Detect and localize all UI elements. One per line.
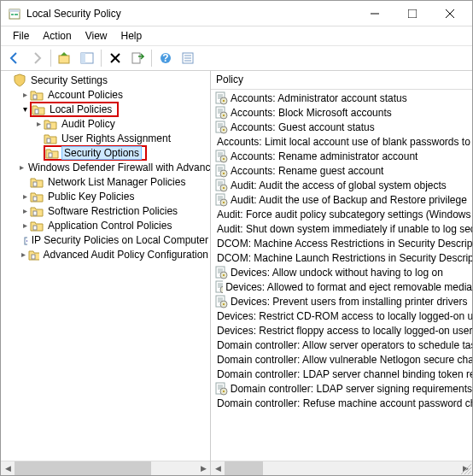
svg-rect-21 [35, 109, 38, 114]
menu-view[interactable]: View [79, 28, 114, 44]
list-item[interactable]: Devices: Restrict floppy access to local… [211, 323, 472, 338]
scroll-left-button[interactable]: ◀ [211, 461, 225, 475]
resize-grip[interactable] [459, 462, 471, 474]
list-item[interactable]: Domain controller: Allow vulnerable Netl… [211, 352, 472, 367]
svg-rect-26 [33, 182, 37, 186]
tree-item[interactable]: ▸Advanced Audit Policy Configuration [3, 247, 210, 262]
svg-rect-27 [33, 197, 37, 201]
tree-item[interactable]: ▸Windows Defender Firewall with Advanced… [3, 160, 210, 174]
menu-help[interactable]: Help [114, 28, 149, 44]
menu-file[interactable]: File [6, 28, 36, 44]
list-item[interactable]: Domain controller: LDAP server channel b… [211, 367, 472, 381]
delete-button[interactable] [105, 48, 126, 68]
tree-label: Security Settings [29, 74, 109, 86]
maximize-button[interactable] [394, 2, 431, 26]
export-button[interactable] [127, 48, 148, 68]
list-item[interactable]: Audit: Shut down system immediately if u… [211, 221, 472, 236]
menu-action[interactable]: Action [36, 28, 78, 44]
svg-rect-70 [223, 173, 225, 174]
scroll-right-button[interactable]: ▶ [196, 461, 210, 475]
list-item[interactable]: Domain controller: LDAP server signing r… [211, 381, 472, 396]
list-pane: Policy Accounts: Administrator account s… [211, 71, 472, 475]
list-item[interactable]: Accounts: Block Microsoft accounts [211, 105, 472, 120]
policy-label: Accounts: Block Microsoft accounts [231, 107, 392, 119]
list-item[interactable]: Devices: Prevent users from installing p… [211, 294, 472, 309]
up-button[interactable] [55, 48, 75, 68]
tree-label: Application Control Policies [46, 220, 173, 232]
column-header-policy[interactable]: Policy [211, 71, 472, 90]
list-item[interactable]: Accounts: Rename administrator account [211, 149, 472, 163]
policy-icon [214, 164, 228, 178]
svg-rect-13 [132, 53, 140, 63]
list-item[interactable]: Devices: Allow undock without having to … [211, 265, 472, 279]
show-hide-tree-button[interactable] [77, 48, 97, 68]
list-item[interactable]: Audit: Audit the use of Backup and Resto… [211, 192, 472, 207]
policy-label: Devices: Allowed to format and eject rem… [225, 281, 472, 293]
tree-label: Local Policies [48, 103, 114, 115]
tree-view[interactable]: Security Settings▸Account Policies▾Local… [1, 71, 210, 461]
svg-point-117 [220, 286, 223, 293]
list-item[interactable]: Accounts: Limit local account use of bla… [211, 134, 472, 149]
tree-root[interactable]: Security Settings [3, 73, 210, 87]
policy-label: Domain controller: Allow vulnerable Netl… [217, 354, 472, 366]
tree-horizontal-scrollbar[interactable]: ◀ ▶ [1, 461, 210, 475]
policy-icon [214, 120, 228, 134]
list-item[interactable]: Domain controller: Refuse machine accoun… [211, 396, 472, 410]
properties-button[interactable] [178, 48, 198, 68]
policy-label: Accounts: Rename guest account [231, 165, 383, 177]
minimize-button[interactable] [356, 2, 394, 26]
tree-item[interactable]: ▾Local Policies [3, 102, 210, 116]
toolbar-separator [151, 50, 152, 67]
list-item[interactable]: Devices: Allowed to format and eject rem… [211, 279, 472, 294]
policy-label: Audit: Shut down system immediately if u… [217, 223, 472, 235]
close-button[interactable] [431, 2, 469, 26]
list-item[interactable]: Accounts: Guest account status [211, 120, 472, 134]
policy-label: Devices: Allow undock without having to … [231, 267, 443, 279]
tree-item[interactable]: Security Options [3, 145, 210, 160]
tree-item[interactable]: User Rights Assignment [3, 131, 210, 145]
policy-list[interactable]: Accounts: Administrator account statusAc… [211, 90, 472, 461]
list-item[interactable]: DCOM: Machine Launch Restrictions in Sec… [211, 250, 472, 265]
list-item[interactable]: Audit: Audit the access of global system… [211, 178, 472, 192]
svg-rect-5 [408, 9, 417, 18]
svg-rect-28 [33, 211, 37, 215]
tree-label: Windows Defender Firewall with Advanced … [26, 162, 210, 173]
svg-rect-112 [223, 274, 225, 276]
policy-label: Accounts: Rename administrator account [231, 150, 418, 162]
tree-item[interactable]: ▸Public Key Policies [3, 189, 210, 203]
policy-icon [214, 91, 228, 105]
policy-icon [214, 193, 228, 207]
policy-label: Audit: Audit the use of Backup and Resto… [231, 194, 467, 206]
svg-rect-82 [223, 202, 225, 203]
svg-rect-24 [49, 153, 52, 157]
svg-rect-2 [11, 14, 14, 15]
help-button[interactable]: ? [155, 48, 176, 68]
forward-button[interactable] [26, 48, 47, 68]
back-button[interactable] [4, 48, 25, 68]
list-horizontal-scrollbar[interactable]: ◀ ▶ [211, 461, 472, 475]
tree-item[interactable]: ▸Account Policies [3, 87, 210, 102]
policy-label: Accounts: Guest account status [231, 121, 375, 133]
scroll-left-button[interactable]: ◀ [1, 461, 15, 475]
policy-icon [214, 106, 228, 120]
svg-rect-124 [223, 303, 225, 305]
list-item[interactable]: Accounts: Administrator account status [211, 91, 472, 105]
tree-label: Account Policies [46, 89, 125, 101]
policy-label: Domain controller: LDAP server channel b… [217, 368, 472, 380]
ip-security-icon [23, 233, 27, 247]
svg-rect-160 [223, 391, 225, 392]
tree-item[interactable]: Network List Manager Policies [3, 174, 210, 189]
policy-icon [214, 382, 228, 396]
tree-item[interactable]: IP Security Policies on Local Computer [3, 232, 210, 247]
tree-item[interactable]: ▸Application Control Policies [3, 218, 210, 232]
tree-label: Software Restriction Policies [46, 205, 179, 217]
policy-label: Accounts: Limit local account use of bla… [217, 136, 472, 148]
list-item[interactable]: Domain controller: Allow server operator… [211, 338, 472, 352]
tree-item[interactable]: ▸Audit Policy [3, 116, 210, 131]
list-item[interactable]: Devices: Restrict CD-ROM access to local… [211, 309, 472, 323]
tree-label: Security Options [61, 146, 142, 160]
tree-item[interactable]: ▸Software Restriction Policies [3, 203, 210, 218]
list-item[interactable]: Audit: Force audit policy subcategory se… [211, 207, 472, 221]
list-item[interactable]: Accounts: Rename guest account [211, 163, 472, 178]
list-item[interactable]: DCOM: Machine Access Restrictions in Sec… [211, 236, 472, 250]
